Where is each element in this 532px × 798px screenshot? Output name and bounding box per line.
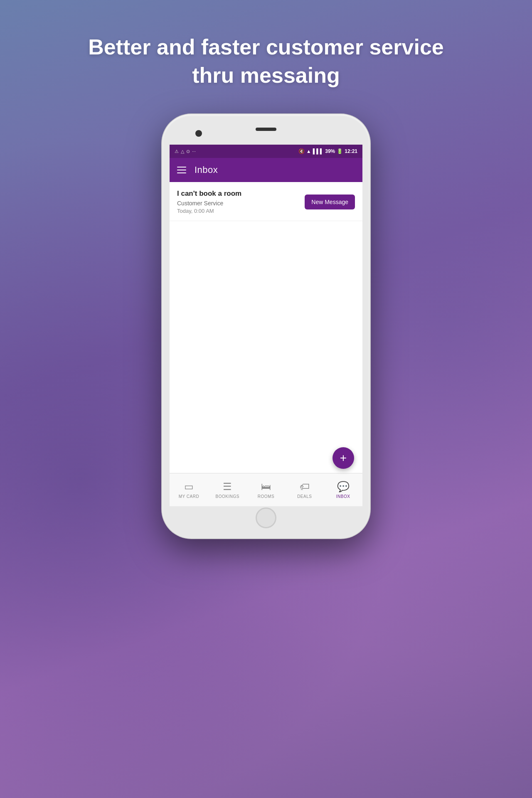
inbox-nav-label: INBOX — [336, 494, 350, 499]
hamburger-menu-icon[interactable] — [177, 167, 186, 173]
bookings-icon: ☰ — [223, 481, 232, 493]
battery-icon: 🔋 — [337, 148, 343, 154]
phone-top-bar — [170, 122, 362, 145]
message-time: Today, 0:00 AM — [177, 208, 305, 214]
message-item[interactable]: I can't book a room Customer Service Tod… — [170, 182, 362, 221]
home-button[interactable] — [256, 507, 276, 528]
notification-icon: ⚠ — [175, 149, 179, 154]
new-message-button[interactable]: New Message — [305, 195, 355, 209]
nav-item-my-card[interactable]: ▭ MY CARD — [170, 481, 208, 499]
message-list: I can't book a room Customer Service Tod… — [170, 182, 362, 473]
nav-item-rooms[interactable]: 🛏 ROOMS — [247, 481, 286, 499]
dots-icon: ··· — [192, 149, 196, 154]
message-info: I can't book a room Customer Service Tod… — [177, 190, 305, 214]
screen-content: I can't book a room Customer Service Tod… — [170, 182, 362, 506]
notification-icon-2: △ — [181, 149, 184, 154]
deals-label: DEALS — [297, 494, 312, 499]
status-right-info: 🔇 ▲ ▌▌▌ 39% 🔋 12:21 — [298, 148, 357, 154]
phone-screen: ⚠ △ ⊙ ··· 🔇 ▲ ▌▌▌ 39% 🔋 12:21 — [170, 145, 362, 506]
clock: 12:21 — [345, 148, 357, 154]
bottom-nav: ▭ MY CARD ☰ BOOKINGS 🛏 ROOMS 🏷 DEALS — [170, 473, 362, 506]
camera-dot — [195, 130, 202, 137]
front-speaker — [256, 128, 276, 131]
mute-icon: 🔇 — [298, 148, 305, 154]
nav-item-inbox[interactable]: 💬 INBOX — [324, 481, 362, 499]
phone-bottom-bar — [170, 506, 362, 529]
inbox-title: Inbox — [195, 165, 218, 175]
app-icon: ⊙ — [186, 149, 190, 154]
message-subject: I can't book a room — [177, 190, 305, 198]
rooms-label: ROOMS — [258, 494, 274, 499]
rooms-icon: 🛏 — [261, 481, 271, 493]
battery-percentage: 39% — [325, 148, 335, 154]
wifi-icon: ▲ — [306, 148, 311, 154]
status-left-icons: ⚠ △ ⊙ ··· — [175, 149, 196, 154]
phone-frame: ⚠ △ ⊙ ··· 🔇 ▲ ▌▌▌ 39% 🔋 12:21 — [162, 114, 370, 538]
signal-icon: ▌▌▌ — [313, 148, 324, 154]
nav-item-bookings[interactable]: ☰ BOOKINGS — [208, 481, 247, 499]
deals-icon: 🏷 — [300, 481, 310, 493]
my-card-icon: ▭ — [184, 481, 194, 493]
message-sender: Customer Service — [177, 200, 305, 207]
phone-mockup: ⚠ △ ⊙ ··· 🔇 ▲ ▌▌▌ 39% 🔋 12:21 — [162, 114, 370, 538]
bookings-label: BOOKINGS — [216, 494, 239, 499]
fab-container: + — [332, 447, 354, 469]
inbox-icon: 💬 — [337, 481, 350, 493]
page-headline: Better and faster customer service thru … — [55, 33, 477, 89]
compose-fab-button[interactable]: + — [332, 447, 354, 469]
my-card-label: MY CARD — [179, 494, 199, 499]
app-header: Inbox — [170, 158, 362, 182]
status-bar: ⚠ △ ⊙ ··· 🔇 ▲ ▌▌▌ 39% 🔋 12:21 — [170, 145, 362, 158]
nav-item-deals[interactable]: 🏷 DEALS — [285, 481, 324, 499]
